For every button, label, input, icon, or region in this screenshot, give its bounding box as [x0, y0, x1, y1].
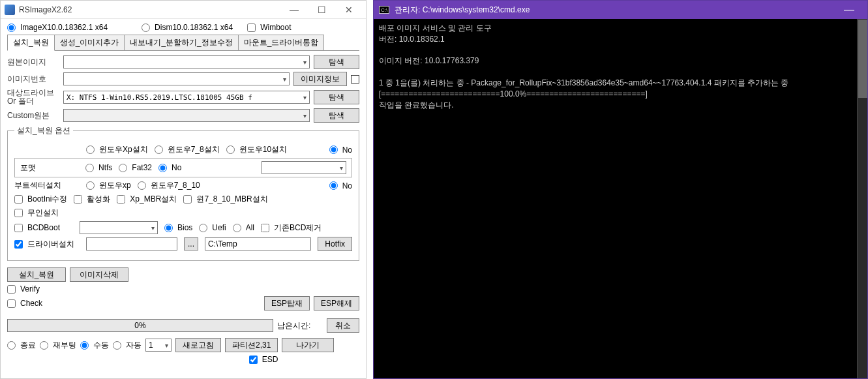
activate-checkbox[interactable]: 활성화	[74, 194, 110, 205]
bootsec-no-radio[interactable]: No	[329, 181, 352, 190]
refresh-button[interactable]: 새로고침	[175, 338, 221, 352]
winxp-install-radio[interactable]: 윈도우Xp설치	[86, 144, 148, 155]
app-icon	[5, 5, 15, 15]
cmd-icon: C:\	[379, 6, 389, 14]
xpmbr-checkbox[interactable]: Xp_MBR설치	[117, 194, 177, 205]
cmd-titlebar: C:\ 관리자: C:\windows\system32\cmd.exe —	[374, 1, 867, 19]
uefi-radio[interactable]: Uefi	[199, 223, 226, 232]
bcdboot-combo[interactable]	[80, 221, 158, 234]
install-restore-options: 설치_복원 옵션 윈도우Xp설치 윈도우7_8설치 윈도우10설치 No 포맷 …	[7, 125, 359, 261]
remain-time-label: 남은시간:	[277, 320, 323, 331]
options-legend: 설치_복원 옵션	[14, 125, 73, 136]
tab-export-split[interactable]: 내보내기_분할하기_정보수정	[124, 35, 238, 50]
esp-unmount-button[interactable]: ESP해제	[314, 296, 359, 311]
cmd-window: C:\ 관리자: C:\windows\system32\cmd.exe — 배…	[373, 0, 868, 379]
cmd-output[interactable]: 배포 이미지 서비스 및 관리 도구 버전: 10.0.18362.1 이미지 …	[374, 19, 867, 378]
auto-radio[interactable]: 자동	[113, 340, 142, 351]
bios-radio[interactable]: Bios	[164, 223, 192, 232]
image-number-combo[interactable]	[63, 72, 290, 85]
bootsec-xp-radio[interactable]: 윈도우xp	[86, 180, 131, 191]
custom-source-combo[interactable]	[63, 109, 310, 122]
custom-source-label: Custom원본	[7, 110, 59, 121]
close-button[interactable]: ✕	[336, 2, 362, 18]
install-restore-button[interactable]: 설치_복원	[7, 267, 66, 282]
cancel-button[interactable]: 취소	[327, 318, 359, 333]
image-info-checkbox[interactable]	[351, 75, 359, 83]
manual-radio[interactable]: 수동	[80, 340, 109, 351]
tab-create-add[interactable]: 생성_이미지추가	[54, 35, 125, 50]
source-image-combo[interactable]	[63, 55, 310, 68]
ntfs-radio[interactable]: Ntfs	[85, 163, 112, 172]
esd-checkbox[interactable]: ESD	[249, 355, 278, 364]
check-checkbox[interactable]: Check	[7, 299, 42, 308]
browse-custom-button[interactable]: 탐색	[314, 108, 359, 123]
delete-image-button[interactable]: 이미지삭제	[70, 267, 128, 282]
browse-source-button[interactable]: 탐색	[314, 55, 359, 69]
bootsector-label: 부트섹터설치	[14, 180, 80, 191]
keepbcd-checkbox[interactable]: 기존BCD제거	[261, 222, 322, 234]
driver-browse-button[interactable]: ...	[184, 237, 198, 250]
verify-checkbox[interactable]: Verify	[7, 284, 40, 294]
count-spinner[interactable]: 1	[145, 339, 172, 352]
rsimagex-window: RSImageX2.62 — ☐ ✕ ImageX10.0.18362.1 x6…	[0, 0, 367, 379]
fat32-radio[interactable]: Fat32	[119, 163, 152, 172]
reboot-radio[interactable]: 재부팅	[40, 340, 76, 351]
driver-install-checkbox[interactable]: 드라이버설치	[14, 239, 80, 250]
dism-radio[interactable]: Dism10.0.18362.1 x64	[142, 23, 233, 32]
tab-install-restore[interactable]: 설치_복원	[7, 35, 55, 51]
win10-install-radio[interactable]: 윈도우10설치	[226, 144, 287, 155]
exit-button[interactable]: 나가기	[282, 338, 334, 352]
image-info-button[interactable]: 이미지정보	[293, 72, 347, 86]
hotfix-button[interactable]: Hotfix	[318, 237, 352, 251]
window-title: RSImageX2.62	[19, 5, 281, 14]
cmd-title-text: 관리자: C:\windows\system32\cmd.exe	[395, 5, 836, 16]
tab-mount-driver[interactable]: 마운트_드라이버통합	[238, 35, 325, 50]
esp-mount-button[interactable]: ESP탑재	[264, 296, 310, 311]
minimize-button[interactable]: —	[281, 2, 307, 18]
format-combo[interactable]	[262, 161, 346, 174]
wimboot-checkbox[interactable]: Wimboot	[247, 23, 291, 32]
source-image-label: 원본이미지	[7, 57, 59, 68]
cmd-scrollbar[interactable]	[857, 19, 867, 378]
unattend-checkbox[interactable]: 무인설치	[14, 207, 59, 219]
temp-path-input[interactable]	[205, 237, 311, 250]
shutdown-radio[interactable]: 종료	[7, 340, 36, 351]
w7810mbr-checkbox[interactable]: 윈7_8_10_MBR설치	[183, 194, 267, 205]
all-radio[interactable]: All	[233, 223, 254, 232]
browse-target-button[interactable]: 탐색	[314, 90, 359, 104]
format-no-radio[interactable]: No	[158, 163, 181, 172]
win78-install-radio[interactable]: 윈도우7_8설치	[155, 144, 220, 155]
partition-button[interactable]: 파티션2,31	[225, 338, 278, 352]
install-no-radio[interactable]: No	[329, 145, 352, 155]
target-drive-combo[interactable]: X: NTFS 1-Win10.RS5.2019.LTSC.181005 45G…	[63, 91, 310, 104]
cmd-minimize-button[interactable]: —	[836, 4, 862, 16]
imagex-radio[interactable]: ImageX10.0.18362.1 x64	[7, 23, 108, 32]
bootini-checkbox[interactable]: BootIni수정	[14, 194, 67, 205]
driver-path-input[interactable]	[86, 237, 177, 250]
progress-bar: 0%	[7, 319, 273, 332]
maximize-button[interactable]: ☐	[308, 2, 335, 18]
tab-bar: 설치_복원 생성_이미지추가 내보내기_분할하기_정보수정 마운트_드라이버통합	[7, 35, 359, 51]
cmd-scroll-thumb[interactable]	[858, 20, 867, 98]
bcdboot-checkbox[interactable]: BCDBoot	[14, 223, 73, 232]
target-drive-label: 대상드라이브 Or 폴더	[7, 89, 59, 106]
image-number-label: 이미지번호	[7, 74, 59, 85]
format-label: 포맷	[20, 162, 79, 174]
bootsec-7810-radio[interactable]: 윈도우7_8_10	[138, 180, 200, 191]
titlebar: RSImageX2.62 — ☐ ✕	[1, 1, 366, 19]
